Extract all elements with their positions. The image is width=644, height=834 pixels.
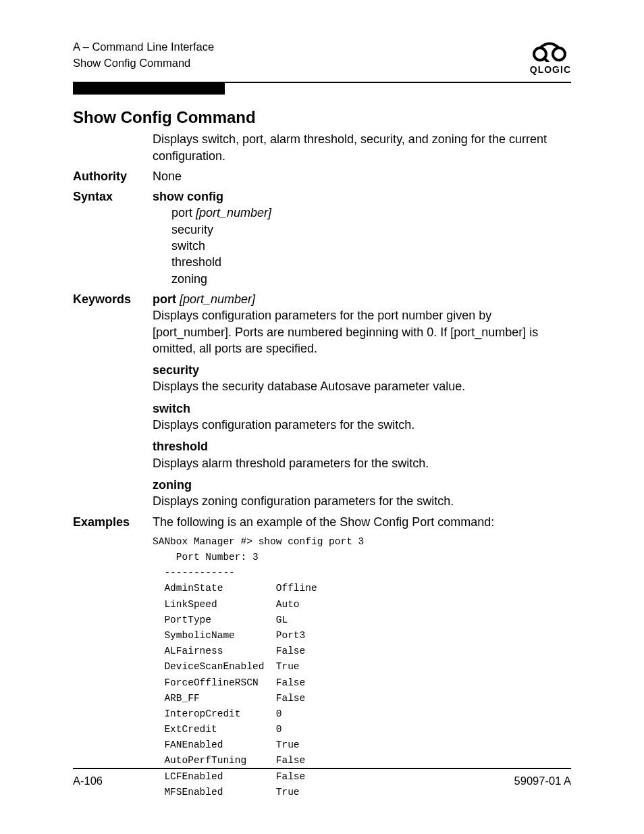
keyword-item: security Displays the security database … bbox=[153, 362, 571, 395]
keyword-item: switch Displays configuration parameters… bbox=[153, 400, 571, 434]
page-footer: A-106 59097-01 A bbox=[73, 768, 571, 788]
syntax-block: show config port [port_number] security … bbox=[153, 188, 571, 287]
authority-value: None bbox=[153, 168, 571, 184]
qlogic-icon bbox=[530, 41, 571, 62]
intro-text: Displays switch, port, alarm threshold, … bbox=[153, 131, 571, 164]
footer-rule bbox=[73, 768, 571, 769]
keyword-desc: Displays configuration parameters for th… bbox=[153, 307, 571, 357]
header-tab-bar bbox=[73, 82, 225, 95]
header-line-1: A – Command Line Interface bbox=[73, 39, 214, 55]
keyword-item: threshold Displays alarm threshold param… bbox=[153, 438, 571, 471]
keyword-item: zoning Displays zoning configuration par… bbox=[153, 477, 571, 510]
keyword-item: port [port_number] Displays configuratio… bbox=[153, 291, 571, 357]
syntax-line: threshold bbox=[171, 254, 571, 270]
syntax-label: Syntax bbox=[73, 188, 149, 287]
keyword-desc: Displays the security database Autosave … bbox=[153, 378, 571, 394]
page-title: Show Config Command bbox=[73, 107, 571, 128]
svg-point-1 bbox=[553, 48, 565, 60]
svg-line-2 bbox=[544, 58, 548, 62]
page-header: A – Command Line Interface Show Config C… bbox=[73, 39, 571, 76]
footer-left: A-106 bbox=[73, 773, 103, 788]
footer-right: 59097-01 A bbox=[514, 773, 571, 788]
authority-label: Authority bbox=[73, 168, 149, 184]
brand-label: QLOGIC bbox=[530, 63, 571, 76]
syntax-line: zoning bbox=[171, 271, 571, 287]
header-text-block: A – Command Line Interface Show Config C… bbox=[73, 39, 214, 72]
syntax-lines: port [port_number] security switch thres… bbox=[153, 205, 571, 286]
syntax-line: switch bbox=[171, 238, 571, 254]
syntax-command: show config bbox=[153, 188, 571, 205]
header-line-2: Show Config Command bbox=[73, 55, 214, 72]
syntax-line: port [port_number] bbox=[171, 205, 571, 221]
examples-block: The following is an example of the Show … bbox=[153, 514, 571, 800]
brand-logo: QLOGIC bbox=[530, 39, 571, 76]
keywords-block: port [port_number] Displays configuratio… bbox=[153, 291, 571, 510]
syntax-line: security bbox=[171, 221, 571, 238]
keyword-desc: Displays zoning configuration parameters… bbox=[153, 493, 571, 509]
keywords-label: Keywords bbox=[73, 291, 149, 510]
examples-label: Examples bbox=[73, 514, 149, 800]
examples-code: SANbox Manager #> show config port 3 Por… bbox=[153, 534, 571, 800]
keyword-desc: Displays alarm threshold parameters for … bbox=[153, 455, 571, 471]
examples-lead: The following is an example of the Show … bbox=[153, 514, 571, 530]
keyword-desc: Displays configuration parameters for th… bbox=[153, 417, 571, 433]
